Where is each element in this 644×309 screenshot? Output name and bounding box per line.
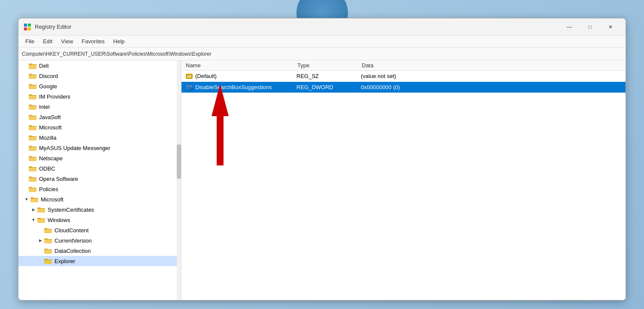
tree-scrollbar[interactable] bbox=[177, 60, 181, 300]
tree-item-myasus[interactable]: MyASUS Update Messenger bbox=[18, 143, 181, 153]
tree-label: Windows bbox=[48, 217, 70, 223]
tree-label: Opera Software bbox=[39, 176, 78, 182]
tree-item-explorer[interactable]: Explorer bbox=[18, 256, 181, 266]
table-row[interactable]: ab (Default) REG_SZ (value not set) bbox=[181, 71, 626, 82]
menu-file[interactable]: File bbox=[22, 37, 38, 45]
svg-rect-11 bbox=[29, 85, 36, 89]
tree-item-system-certs[interactable]: ▶ SystemCertificates bbox=[18, 204, 181, 215]
folder-icon bbox=[29, 144, 36, 151]
svg-rect-56 bbox=[44, 239, 52, 243]
tree-label: Microsoft bbox=[41, 196, 63, 203]
tree-item-windows[interactable]: ▼ Windows bbox=[18, 215, 181, 225]
menu-edit[interactable]: Edit bbox=[39, 37, 56, 45]
tree-panel[interactable]: Dell Discord bbox=[18, 60, 181, 300]
svg-rect-46 bbox=[30, 198, 38, 198]
svg-rect-47 bbox=[37, 208, 45, 213]
registry-editor-window: Registry Editor — □ ✕ File Edit View Fav… bbox=[18, 18, 626, 300]
expand-icon bbox=[22, 73, 28, 79]
svg-rect-28 bbox=[29, 136, 36, 137]
tree-item-microsoft[interactable]: Microsoft bbox=[18, 122, 181, 132]
svg-rect-7 bbox=[29, 64, 36, 65]
svg-rect-55 bbox=[44, 229, 52, 229]
app-icon bbox=[24, 23, 31, 31]
value-data: 0x00000000 (0) bbox=[361, 84, 626, 90]
tree-item-javasoft[interactable]: JavaSoft bbox=[18, 112, 181, 122]
svg-rect-3 bbox=[28, 27, 31, 30]
tree-label: Mozilla bbox=[39, 135, 56, 141]
svg-rect-0 bbox=[24, 24, 27, 27]
window-title: Registry Editor bbox=[35, 24, 559, 30]
table-row-disable-search[interactable]: DisableSearchBoxSuggestions REG_DWORD 0x… bbox=[181, 82, 626, 93]
tree-item-policies-microsoft[interactable]: ▼ Microsoft bbox=[18, 194, 181, 204]
tree-item-google[interactable]: Google bbox=[18, 81, 181, 91]
tree-item-cloudcontent[interactable]: CloudContent bbox=[18, 225, 181, 235]
tree-label: Google bbox=[39, 83, 57, 90]
tree-item-netscape[interactable]: Netscape bbox=[18, 153, 181, 163]
column-data: Data bbox=[362, 62, 626, 69]
folder-icon bbox=[29, 175, 36, 182]
folder-icon bbox=[30, 196, 38, 203]
value-data: (value not set) bbox=[361, 73, 626, 79]
expand-icon bbox=[22, 165, 28, 171]
menu-view[interactable]: View bbox=[57, 37, 76, 45]
dword-icon bbox=[185, 84, 193, 90]
tree-item-datacollection[interactable]: DataCollection bbox=[18, 246, 181, 256]
tree-item-discord[interactable]: Discord bbox=[18, 71, 181, 81]
minimize-button[interactable]: — bbox=[559, 20, 579, 34]
tree-item-im-providers[interactable]: IM Providers bbox=[18, 91, 181, 102]
folder-icon bbox=[44, 237, 52, 244]
tree-label: Intel bbox=[39, 104, 50, 110]
tree-item-mozilla[interactable]: Mozilla bbox=[18, 132, 181, 143]
tree-item-dell[interactable]: Dell bbox=[18, 60, 181, 71]
tree-item-intel[interactable]: Intel bbox=[18, 102, 181, 112]
tree-label: Policies bbox=[39, 186, 58, 192]
svg-rect-16 bbox=[29, 95, 36, 96]
svg-rect-44 bbox=[30, 198, 38, 202]
folder-icon bbox=[44, 258, 52, 264]
folder-icon bbox=[29, 114, 36, 120]
folder-icon bbox=[29, 83, 36, 90]
svg-rect-23 bbox=[29, 126, 36, 130]
folder-icon bbox=[29, 134, 36, 141]
collapse-icon: ▼ bbox=[30, 217, 36, 223]
folder-icon bbox=[37, 206, 45, 213]
svg-rect-38 bbox=[29, 177, 36, 182]
folder-icon bbox=[29, 186, 36, 192]
tree-label: Dell bbox=[39, 63, 48, 69]
svg-rect-10 bbox=[29, 75, 36, 75]
folder-icon bbox=[29, 103, 36, 110]
column-name: Name bbox=[181, 62, 297, 69]
menu-favorites[interactable]: Favorites bbox=[78, 37, 108, 45]
tree-label: DataCollection bbox=[54, 248, 91, 254]
svg-rect-40 bbox=[29, 177, 36, 178]
expand-icon bbox=[37, 258, 43, 264]
expand-icon bbox=[22, 145, 28, 151]
svg-rect-8 bbox=[29, 75, 36, 79]
svg-rect-59 bbox=[44, 249, 52, 254]
tree-item-policies[interactable]: Policies bbox=[18, 184, 181, 194]
expand-icon bbox=[22, 114, 28, 120]
svg-rect-41 bbox=[29, 188, 36, 192]
close-button[interactable]: ✕ bbox=[601, 20, 620, 34]
expand-icon bbox=[22, 104, 28, 110]
tree-item-currentversion[interactable]: ▶ CurrentVersion bbox=[18, 235, 181, 246]
svg-rect-52 bbox=[37, 219, 45, 219]
folder-icon bbox=[29, 62, 36, 69]
menu-help[interactable]: Help bbox=[110, 37, 128, 45]
svg-rect-50 bbox=[37, 219, 45, 223]
folder-icon bbox=[44, 247, 52, 254]
title-bar: Registry Editor — □ ✕ bbox=[18, 18, 626, 36]
address-bar[interactable]: Computer\HKEY_CURRENT_USER\Software\Poli… bbox=[18, 48, 626, 60]
maximize-button[interactable]: □ bbox=[580, 20, 600, 34]
tree-item-opera[interactable]: Opera Software bbox=[18, 174, 181, 184]
svg-rect-13 bbox=[29, 85, 36, 85]
value-icon bbox=[185, 84, 194, 91]
column-type: Type bbox=[297, 62, 362, 69]
svg-rect-58 bbox=[44, 239, 52, 240]
svg-rect-68 bbox=[186, 89, 190, 90]
svg-rect-22 bbox=[29, 116, 36, 116]
scrollbar-thumb[interactable] bbox=[177, 144, 181, 179]
svg-rect-37 bbox=[29, 167, 36, 168]
tree-item-odbc[interactable]: ODBC bbox=[18, 163, 181, 174]
expand-icon bbox=[22, 186, 28, 192]
